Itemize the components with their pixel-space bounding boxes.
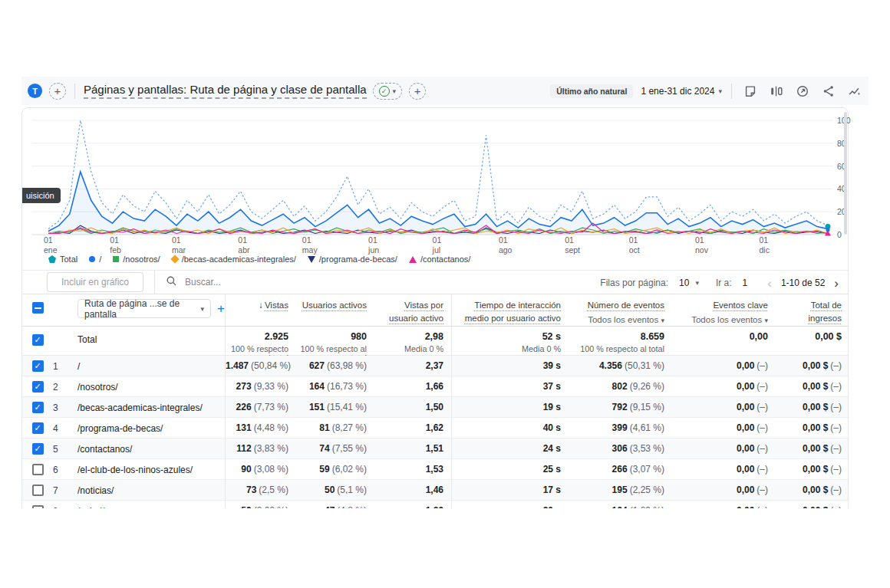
previous-page-icon[interactable]: ‹ bbox=[764, 277, 775, 290]
x-axis-tick: 01may bbox=[302, 235, 318, 255]
row-checkbox[interactable]: ✓ bbox=[32, 360, 44, 372]
row-checkbox-cell bbox=[22, 464, 53, 475]
metric-cell: 19 s bbox=[451, 397, 569, 418]
page-path[interactable]: /el-club-de-los-ninos-azules/ bbox=[77, 465, 225, 475]
metric-cell: 0,00(–) bbox=[672, 501, 776, 508]
page-path[interactable]: /salud/ bbox=[77, 506, 225, 509]
search-box[interactable]: Buscar... bbox=[166, 275, 221, 289]
column-header-2[interactable]: Usuarios activos bbox=[296, 294, 374, 312]
add-dimension-button[interactable]: + bbox=[217, 301, 225, 317]
rows-per-page-value[interactable]: 10 bbox=[679, 278, 689, 288]
metric-cell: 59(2,02 %) bbox=[225, 501, 296, 508]
y-axis-tick: 80 bbox=[837, 139, 860, 148]
legend-item[interactable]: /contactanos/ bbox=[409, 255, 470, 264]
column-header-4[interactable]: Tiempo de interacción medio por usuario … bbox=[451, 294, 569, 326]
legend-item[interactable]: /nosotros/ bbox=[113, 255, 160, 264]
avatar[interactable]: T bbox=[28, 84, 42, 98]
row-checkbox[interactable]: ✓ bbox=[32, 443, 44, 455]
page-path[interactable]: /contactanos/ bbox=[77, 444, 225, 455]
page-path[interactable]: / bbox=[77, 361, 225, 372]
segment-status-dropdown[interactable]: ✓ ▾ bbox=[373, 83, 403, 100]
report-title[interactable]: Páginas y pantallas: Ruta de página y cl… bbox=[84, 83, 367, 99]
x-axis-tick: 01nov bbox=[695, 235, 708, 255]
row-checkbox-cell bbox=[22, 505, 53, 508]
metric-cell: 802(9,26 %) bbox=[569, 376, 672, 397]
row-checkbox[interactable]: ✓ bbox=[32, 381, 44, 393]
row-checkbox[interactable] bbox=[32, 464, 44, 475]
legend-item[interactable]: Total bbox=[48, 255, 77, 264]
legend-item[interactable]: /programa-de-becas/ bbox=[308, 255, 397, 264]
dimension-selector-label: Ruta de página ...se de pantalla bbox=[84, 298, 193, 320]
row-checkbox[interactable] bbox=[32, 505, 44, 508]
total-checkbox[interactable]: ✓ bbox=[32, 334, 44, 346]
row-checkbox[interactable]: ✓ bbox=[32, 422, 44, 434]
compare-segments-icon[interactable] bbox=[767, 82, 786, 100]
dimension-selector[interactable]: Ruta de página ...se de pantalla ▾ bbox=[77, 299, 211, 318]
trend-insights-icon[interactable] bbox=[846, 82, 864, 100]
metric-cell: 50(5,1 %) bbox=[296, 480, 374, 501]
x-axis-tick: 01abr bbox=[238, 235, 249, 255]
metric-cell: 4.356(50,31 %) bbox=[569, 356, 672, 376]
metric-cell: 0,00 $(–) bbox=[776, 418, 849, 439]
chart-canvas[interactable] bbox=[22, 108, 848, 240]
metric-cell: 1,26 bbox=[374, 501, 451, 508]
report-panel: 100806040200 01ene01feb01mar01abr01may01… bbox=[21, 107, 849, 508]
metric-cell: 0,00 $(–) bbox=[776, 376, 849, 397]
metric-cell: 90(3,08 %) bbox=[225, 459, 296, 480]
table-row: ✓5/contactanos/112(3,83 %)74(7,55 %)1,51… bbox=[22, 439, 848, 459]
divider bbox=[154, 270, 155, 294]
note-icon[interactable] bbox=[741, 82, 760, 100]
insights-gauge-icon[interactable] bbox=[793, 82, 812, 100]
y-axis-tick: 40 bbox=[837, 184, 860, 193]
row-checkbox[interactable] bbox=[32, 485, 44, 496]
topbar-right: Último año natural 1 ene-31 dic 2024 ▾ bbox=[550, 77, 864, 105]
total-row: ✓ Total 2.925100 % respecto al total9801… bbox=[22, 327, 848, 356]
chevron-down-icon: ▾ bbox=[718, 87, 722, 95]
column-header-3[interactable]: Vistas por usuario activo bbox=[374, 294, 451, 324]
table-toolbar: Incluir en gráfico Buscar... Filas por p… bbox=[22, 270, 848, 294]
metric-filter[interactable]: Todos los eventos ▾ bbox=[572, 314, 664, 327]
scrollbar-thumb[interactable] bbox=[844, 112, 847, 235]
pentagon-icon bbox=[48, 255, 56, 263]
metric-cell: 0,00(–) bbox=[672, 397, 776, 418]
metric-cell: 20 s bbox=[451, 501, 569, 508]
legend-item[interactable]: /becas-academicas-integrales/ bbox=[172, 255, 296, 264]
rows-per-page-label: Filas por página: bbox=[600, 278, 668, 288]
metric-cell: 24 s bbox=[451, 439, 569, 459]
circle-icon bbox=[89, 256, 95, 262]
metric-cell: 0,00(–) bbox=[672, 418, 776, 439]
next-page-icon[interactable]: › bbox=[831, 277, 842, 290]
column-header-5[interactable]: Número de eventosTodos los eventos ▾ bbox=[569, 294, 672, 326]
x-axis-tick: 01ago bbox=[499, 235, 513, 255]
goto-value[interactable]: 1 bbox=[743, 278, 748, 288]
add-block-button[interactable]: + bbox=[409, 83, 426, 100]
y-axis-tick: 100 bbox=[837, 116, 860, 125]
page-path[interactable]: /noticias/ bbox=[77, 485, 225, 496]
select-all-checkbox[interactable] bbox=[32, 302, 44, 314]
row-checkbox-cell: ✓ bbox=[22, 381, 53, 393]
legend-item[interactable]: / bbox=[89, 255, 101, 264]
column-header-7[interactable]: Total de ingresos bbox=[776, 294, 849, 324]
pagination: Filas por página: 10 ▾ Ir a: 1 ‹ 1-10 de… bbox=[600, 271, 842, 295]
metric-cell: 0,00 $(–) bbox=[776, 501, 849, 508]
add-tab-button[interactable]: + bbox=[49, 83, 66, 100]
column-header-6[interactable]: Eventos claveTodos los eventos ▾ bbox=[672, 294, 776, 326]
page-path[interactable]: /becas-academicas-integrales/ bbox=[77, 402, 225, 413]
metric-cell: 273(9,33 %) bbox=[225, 376, 296, 397]
column-header-1[interactable]: ↓Vistas bbox=[225, 294, 296, 326]
row-checkbox[interactable]: ✓ bbox=[32, 402, 44, 413]
metric-filter[interactable]: Todos los eventos ▾ bbox=[675, 314, 768, 327]
share-icon[interactable] bbox=[819, 82, 838, 100]
include-in-chart-button[interactable]: Incluir en gráfico bbox=[47, 272, 143, 292]
chevron-down-icon[interactable]: ▾ bbox=[695, 279, 699, 287]
exploration-card: T + Páginas y pantallas: Ruta de página … bbox=[21, 77, 869, 508]
date-range-text: 1 ene-31 dic 2024 bbox=[641, 86, 714, 97]
page-path[interactable]: /programa-de-becas/ bbox=[77, 423, 225, 434]
date-range-selector[interactable]: 1 ene-31 dic 2024 ▾ bbox=[641, 86, 722, 97]
y-axis-tick: 20 bbox=[837, 207, 860, 216]
pagination-range: 1-10 de 52 bbox=[781, 278, 825, 288]
page-path[interactable]: /nosotros/ bbox=[77, 382, 225, 393]
table-row: 6/el-club-de-los-ninos-azules/90(3,08 %)… bbox=[22, 459, 848, 480]
metric-cell: 151(15,41 %) bbox=[296, 397, 374, 418]
metric-cell: 25 s bbox=[451, 459, 569, 480]
